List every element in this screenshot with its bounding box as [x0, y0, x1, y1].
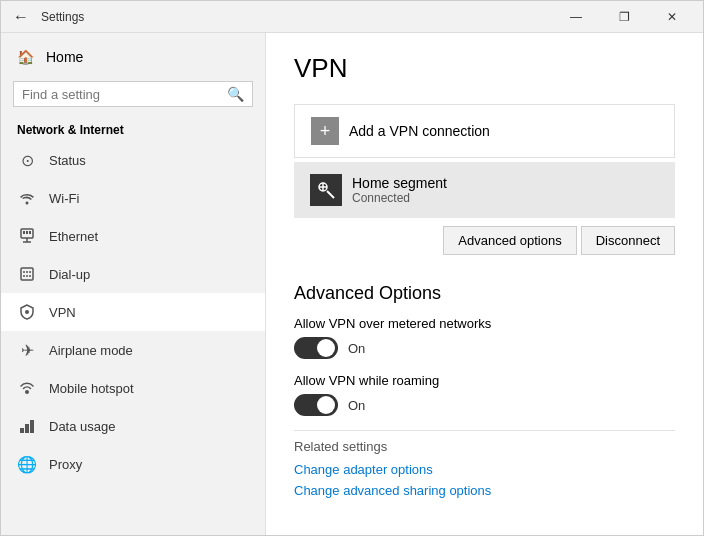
toggle2[interactable] [294, 394, 338, 416]
sidebar-item-label: Dial-up [49, 267, 90, 282]
sidebar-item-label: Ethernet [49, 229, 98, 244]
svg-rect-6 [21, 268, 33, 280]
search-box[interactable]: 🔍 [13, 81, 253, 107]
sidebar-item-label: Data usage [49, 419, 116, 434]
sidebar-item-label: Airplane mode [49, 343, 133, 358]
toggle1-row: On [294, 337, 675, 359]
dialup-icon [17, 264, 37, 284]
vpn-connection-icon [310, 174, 342, 206]
sidebar-item-label: Wi-Fi [49, 191, 79, 206]
svg-line-19 [327, 191, 334, 198]
window-title: Settings [41, 10, 84, 24]
svg-point-12 [29, 275, 31, 277]
sidebar-item-proxy[interactable]: 🌐 Proxy [1, 445, 265, 483]
ethernet-icon [17, 226, 37, 246]
svg-rect-4 [26, 231, 28, 234]
add-vpn-label: Add a VPN connection [349, 123, 490, 139]
svg-point-13 [25, 310, 29, 314]
sidebar-item-home[interactable]: 🏠 Home [1, 41, 265, 73]
sidebar-item-hotspot[interactable]: Mobile hotspot [1, 369, 265, 407]
svg-point-14 [25, 390, 29, 394]
toggle1-label: On [348, 341, 365, 356]
sidebar: 🏠 Home 🔍 Network & Internet ⊙ Status [1, 33, 266, 535]
vpn-connection-item[interactable]: Home segment Connected [294, 162, 675, 218]
sidebar-item-label: Status [49, 153, 86, 168]
svg-rect-17 [30, 420, 34, 433]
vpn-connection-name: Home segment [352, 175, 659, 191]
titlebar-left: ← Settings [9, 5, 84, 29]
add-icon: + [311, 117, 339, 145]
vpn-action-buttons: Advanced options Disconnect [294, 222, 675, 267]
svg-rect-15 [20, 428, 24, 433]
svg-rect-16 [25, 424, 29, 433]
sidebar-item-label: Proxy [49, 457, 82, 472]
toggle2-row: On [294, 394, 675, 416]
sidebar-item-status[interactable]: ⊙ Status [1, 141, 265, 179]
section-label: Network & Internet [1, 115, 265, 141]
vpn-connection-info: Home segment Connected [352, 175, 659, 205]
settings-window: ← Settings — ❐ ✕ 🏠 Home 🔍 Network & Inte… [0, 0, 704, 536]
window-controls: — ❐ ✕ [553, 1, 695, 33]
vpn-connection-status: Connected [352, 191, 659, 205]
back-button[interactable]: ← [9, 5, 33, 29]
search-input[interactable] [22, 87, 227, 102]
search-icon: 🔍 [227, 86, 244, 102]
sidebar-item-dialup[interactable]: Dial-up [1, 255, 265, 293]
advanced-options-heading: Advanced Options [294, 283, 675, 304]
main-panel: VPN + Add a VPN connection Home segm [266, 33, 703, 535]
sidebar-item-airplane[interactable]: ✈ Airplane mode [1, 331, 265, 369]
home-label: Home [46, 49, 83, 65]
airplane-icon: ✈ [17, 340, 37, 360]
svg-rect-3 [23, 231, 25, 234]
svg-point-9 [29, 271, 31, 273]
divider [294, 430, 675, 431]
sidebar-item-wifi[interactable]: Wi-Fi [1, 179, 265, 217]
minimize-button[interactable]: — [553, 1, 599, 33]
svg-rect-5 [29, 231, 31, 234]
related-settings-label: Related settings [294, 439, 675, 454]
disconnect-button[interactable]: Disconnect [581, 226, 675, 255]
change-sharing-link[interactable]: Change advanced sharing options [294, 483, 675, 498]
add-vpn-button[interactable]: + Add a VPN connection [294, 104, 675, 158]
sidebar-item-ethernet[interactable]: Ethernet [1, 217, 265, 255]
option1-label: Allow VPN over metered networks [294, 316, 675, 331]
advanced-options-button[interactable]: Advanced options [443, 226, 576, 255]
svg-point-11 [26, 275, 28, 277]
sidebar-item-vpn[interactable]: VPN [1, 293, 265, 331]
hotspot-icon [17, 378, 37, 398]
svg-point-7 [23, 271, 25, 273]
sidebar-item-label: Mobile hotspot [49, 381, 134, 396]
titlebar: ← Settings — ❐ ✕ [1, 1, 703, 33]
toggle1[interactable] [294, 337, 338, 359]
main-content: 🏠 Home 🔍 Network & Internet ⊙ Status [1, 33, 703, 535]
restore-button[interactable]: ❐ [601, 1, 647, 33]
svg-point-10 [23, 275, 25, 277]
close-button[interactable]: ✕ [649, 1, 695, 33]
proxy-icon: 🌐 [17, 454, 37, 474]
sidebar-item-data[interactable]: Data usage [1, 407, 265, 445]
wifi-icon [17, 188, 37, 208]
svg-point-8 [26, 271, 28, 273]
toggle2-label: On [348, 398, 365, 413]
change-adapter-link[interactable]: Change adapter options [294, 462, 675, 477]
home-icon: 🏠 [17, 49, 34, 65]
data-icon [17, 416, 37, 436]
option2-label: Allow VPN while roaming [294, 373, 675, 388]
page-title: VPN [294, 53, 675, 84]
vpn-nav-icon [17, 302, 37, 322]
status-icon: ⊙ [17, 150, 37, 170]
sidebar-item-label: VPN [49, 305, 76, 320]
